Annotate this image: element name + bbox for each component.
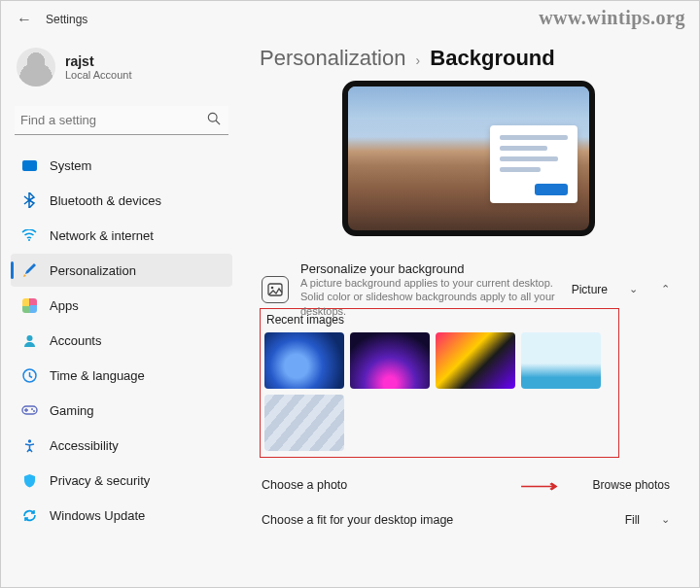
search-input[interactable] (15, 106, 228, 135)
background-type-select[interactable]: Picture (568, 281, 612, 298)
sidebar-item-apps[interactable]: Apps (11, 289, 232, 322)
user-account-type: Local Account (65, 69, 132, 81)
person-icon (20, 331, 38, 349)
sidebar-item-label: Time & language (50, 368, 145, 383)
sidebar-item-personalization[interactable]: Personalization (11, 254, 232, 287)
svg-point-6 (31, 408, 33, 410)
user-block[interactable]: rajst Local Account (11, 40, 232, 100)
main-content: Personalization › Background Personalize… (242, 32, 699, 585)
recent-image-thumb[interactable] (436, 332, 515, 389)
sidebar-item-label: Accounts (50, 333, 101, 348)
chevron-down-icon[interactable]: ⌄ (655, 513, 676, 526)
highlight-box: Recent images (260, 308, 619, 458)
clock-icon (20, 366, 38, 384)
sidebar-item-label: Personalization (50, 263, 136, 278)
sidebar-item-update[interactable]: Windows Update (11, 499, 232, 532)
sidebar-item-accounts[interactable]: Accounts (11, 324, 232, 357)
choose-fit-label: Choose a fit for your desktop image (262, 513, 610, 527)
avatar (17, 48, 55, 86)
svg-point-2 (28, 239, 30, 241)
display-icon (20, 156, 38, 174)
wifi-icon (20, 226, 38, 244)
desktop-preview (342, 81, 595, 236)
chevron-right-icon: › (416, 52, 421, 68)
fit-select[interactable]: Fill (619, 509, 646, 531)
recent-image-thumb[interactable] (350, 332, 430, 389)
back-button[interactable]: ← (17, 11, 32, 28)
app-title: Settings (46, 13, 88, 26)
search-icon (207, 112, 221, 125)
svg-point-0 (208, 113, 217, 121)
svg-point-3 (26, 335, 32, 341)
card-title: Personalize your background (300, 261, 556, 276)
gamepad-icon (20, 401, 38, 419)
apps-icon (20, 296, 38, 314)
breadcrumb: Personalization › Background (260, 46, 678, 71)
update-icon (20, 506, 38, 524)
sidebar-item-network[interactable]: Network & internet (11, 219, 232, 252)
sidebar-item-label: Gaming (50, 403, 94, 418)
svg-line-1 (216, 121, 220, 124)
sidebar-item-label: Apps (50, 298, 79, 313)
choose-photo-label: Choose a photo (262, 478, 510, 492)
recent-image-thumb[interactable] (521, 332, 601, 389)
sidebar-item-privacy[interactable]: Privacy & security (11, 464, 232, 497)
recent-image-thumb[interactable] (264, 332, 344, 389)
picture-icon (262, 276, 289, 303)
svg-point-8 (27, 439, 30, 442)
accessibility-icon (20, 436, 38, 454)
breadcrumb-current: Background (430, 46, 554, 70)
sidebar-item-system[interactable]: System (11, 149, 232, 182)
shield-icon (20, 471, 38, 489)
sidebar-item-gaming[interactable]: Gaming (11, 394, 232, 427)
sidebar-item-label: Windows Update (50, 508, 145, 523)
card-subtitle: A picture background applies to your cur… (300, 276, 556, 318)
svg-point-10 (271, 287, 274, 290)
sidebar-item-label: Accessibility (50, 438, 119, 453)
recent-image-thumb[interactable] (264, 395, 344, 451)
sidebar-item-label: Bluetooth & devices (50, 193, 161, 208)
annotation-arrow: ⟶ (520, 476, 556, 494)
sidebar-item-label: System (50, 158, 91, 173)
chevron-down-icon[interactable]: ⌄ (623, 283, 644, 295)
sidebar-item-time[interactable]: Time & language (11, 359, 232, 392)
sidebar-item-label: Privacy & security (50, 473, 150, 488)
sidebar-item-accessibility[interactable]: Accessibility (11, 429, 232, 462)
user-name: rajst (65, 53, 132, 69)
browse-photos-button[interactable]: Browse photos (587, 474, 676, 496)
chevron-up-icon[interactable]: ⌃ (655, 283, 676, 295)
watermark-text: www.wintips.org (539, 7, 685, 29)
preview-overlay-menu (490, 125, 578, 203)
breadcrumb-parent[interactable]: Personalization (260, 46, 405, 70)
sidebar: rajst Local Account System Bluetooth & d… (1, 32, 242, 585)
svg-point-7 (33, 410, 35, 412)
sidebar-item-bluetooth[interactable]: Bluetooth & devices (11, 184, 232, 217)
sidebar-item-label: Network & internet (50, 228, 154, 243)
paintbrush-icon (20, 261, 38, 279)
bluetooth-icon (20, 191, 38, 209)
